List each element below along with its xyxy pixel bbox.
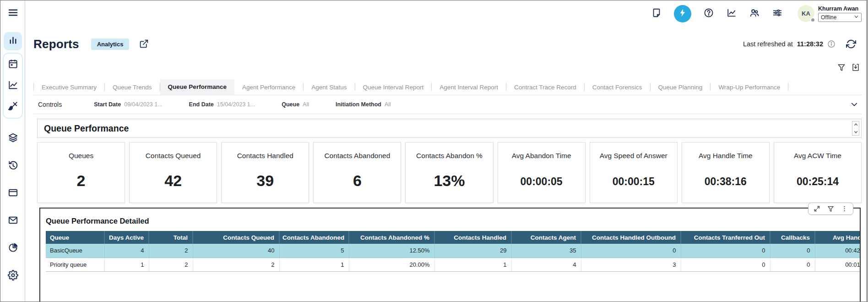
last-refreshed-time: 11:28:32 [797,40,823,48]
kebab-icon [841,205,848,212]
tab-wrap-up-performance[interactable]: Wrap-Up Performance [711,80,788,95]
line-chart-icon [8,80,18,92]
last-refreshed: Last refreshed at 11:28:32 [743,39,856,49]
col-contacts-abandoned-pct[interactable]: Contacts Abandoned % [349,231,434,244]
sidebar-item-layers[interactable] [4,129,22,148]
filter-queue[interactable]: Queue All [282,101,309,108]
sidebar-item-window[interactable] [4,184,22,203]
col-contacts-agent[interactable]: Contacts Agent [511,231,581,244]
tab-agent-status[interactable]: Agent Status [304,80,354,95]
kpi-avg-acw-time: Avg ACW Time00:25:14 [774,142,862,203]
download-button[interactable] [852,63,860,71]
sidebar-item-trends[interactable] [4,77,22,95]
info-icon[interactable] [827,40,835,48]
col-contacts-transferred-out[interactable]: Contacts Tranferred Out [681,231,770,244]
tab-queue-planning[interactable]: Queue Planning [651,80,711,95]
download-icon [852,63,860,71]
calendar-icon [8,59,18,71]
table-header-row: Queue Days Active Total Contacts Queued … [46,231,860,244]
panel-menu-button[interactable] [841,205,848,212]
col-total[interactable]: Total [149,231,193,244]
filter-end-date[interactable]: End Date 15/04/2023 1... [189,101,255,108]
tab-executive-summary[interactable]: Executive Summary [34,80,104,95]
help-button[interactable] [703,8,714,19]
table-row-basicqueue[interactable]: BasicQueue 4 2 40 5 12.50% 29 35 0 0 0 0… [46,244,860,258]
sidebar-item-design[interactable] [4,98,22,116]
quick-actions-button[interactable] [674,5,691,22]
panel-filter-button[interactable] [827,205,834,212]
menu-button[interactable] [4,4,22,22]
col-avg-handle[interactable]: Avg Handl. [815,231,860,244]
history-icon [8,160,18,172]
tab-queue-performance[interactable]: Queue Performance [160,79,234,95]
col-contacts-queued[interactable]: Contacts Queued [193,231,279,244]
tab-contract-trace-record[interactable]: Contract Trace Record [506,80,584,95]
panel-toolbar [808,203,853,215]
preferences-button[interactable] [772,8,783,19]
bar-chart-icon [8,35,18,48]
kpi-contacts-abandon-pct: Contacts Abandon %13% [405,142,493,203]
tab-separator [788,83,788,91]
avatar[interactable]: KA [797,5,814,22]
queue-performance-table: Queue Days Active Total Contacts Queued … [46,231,860,272]
topbar: KA Khurram Awan Offline [25,0,866,27]
section-scroll-stepper[interactable] [852,121,859,136]
tab-queue-trends[interactable]: Queue Trends [105,80,160,95]
status-select[interactable]: Offline [818,13,862,22]
filter-button[interactable] [837,63,846,71]
controls-collapse-button[interactable] [851,101,858,108]
controls-bar: Controls Start Date 09/04/2023 1... End … [33,95,862,114]
sidebar-item-mail[interactable] [4,212,22,230]
kpi-avg-speed-of-answer: Avg Speed of Answer00:00:15 [590,142,678,203]
avatar-initials: KA [802,10,810,17]
chevron-down-icon [854,14,859,21]
open-external-button[interactable] [139,39,149,49]
chevron-up-icon [854,123,858,126]
user-name: Khurram Awan [818,5,862,12]
table-scroll-area[interactable]: Queue Days Active Total Contacts Queued … [46,231,860,272]
chevron-down-icon [851,101,858,108]
filter-start-date[interactable]: Start Date 09/04/2023 1... [94,101,162,108]
kpi-cards: Queues2 Contacts Queued42 Contacts Handl… [37,142,862,203]
table-row-priority-queue[interactable]: Priority queue 1 2 2 1 20.00% 1 4 3 0 0 … [46,258,860,271]
col-contacts-handled-outbound[interactable]: Contacts Handled Outbound [581,231,681,244]
queue-performance-detailed-panel: Queue Performance Detailed Queue Days Ac… [39,208,861,302]
tab-queue-interval-report[interactable]: Queue Interval Report [355,80,432,95]
layers-icon [8,132,18,145]
expand-icon [814,205,820,212]
gear-icon [8,270,18,282]
funnel-icon [827,205,834,212]
question-icon [704,8,714,20]
sidebar-item-calendar[interactable] [4,55,22,74]
funnel-icon [837,63,846,71]
controls-title: Controls [38,101,62,108]
col-callbacks[interactable]: Callbacks [770,231,815,244]
expand-button[interactable] [814,205,820,212]
user-block: KA Khurram Awan Offline [797,5,862,22]
analytics-badge: Analytics [91,38,130,50]
sidebar-item-history[interactable] [4,157,22,175]
tab-agent-interval-report[interactable]: Agent Interval Report [432,80,506,95]
sidebar-item-dashboard[interactable] [4,32,22,50]
col-contacts-handled[interactable]: Contacts Handled [434,231,511,244]
report-utilities [837,63,860,71]
analytics-button[interactable] [726,8,737,19]
sliders-icon [772,8,782,20]
users-button[interactable] [749,8,760,19]
sidebar-item-reports[interactable] [4,239,22,258]
kpi-contacts-queued: Contacts Queued42 [129,142,217,203]
filter-initiation-method[interactable]: Initiation Method All [336,101,391,108]
section-header: Queue Performance [37,119,862,138]
sidebar-item-settings[interactable] [4,267,22,285]
tab-agent-performance[interactable]: Agent Performance [234,80,303,95]
refresh-button[interactable] [846,39,856,49]
col-queue[interactable]: Queue [46,231,104,244]
page-header: Reports Analytics Last refreshed at 11:2… [25,27,866,52]
page-title: Reports [33,37,79,51]
tab-contact-forensics[interactable]: Contact Forensics [585,80,650,95]
col-contacts-abandoned[interactable]: Contacts Abandoned [279,231,349,244]
notes-button[interactable] [651,8,662,19]
kpi-contacts-abandoned: Contacts Abandoned6 [313,142,401,203]
col-days-active[interactable]: Days Active [104,231,149,244]
mail-icon [8,215,18,227]
